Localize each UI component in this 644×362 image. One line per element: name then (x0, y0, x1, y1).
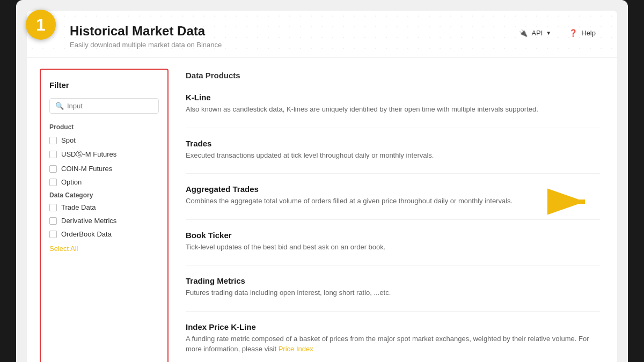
search-icon: 🔍 (55, 102, 64, 110)
arrow-decoration (547, 188, 596, 217)
help-icon: ❓ (568, 28, 578, 38)
product-kline: K-Line Also known as candlestick data, K… (186, 93, 600, 115)
header-left: Historical Market Data Easily download m… (70, 24, 222, 49)
page-title: Historical Market Data (70, 24, 222, 39)
option-label: Option (61, 178, 82, 186)
filter-item-derivative-metrics: Derivative Metrics (49, 217, 159, 225)
step-badge: 1 (26, 10, 56, 40)
api-icon: 🔌 (518, 28, 528, 38)
product-index-price-kline: Index Price K-Line A funding rate metric… (186, 322, 600, 354)
body-layout: Filter 🔍 Product Spot USDⓈ-M Futures (27, 58, 617, 362)
search-input[interactable] (67, 102, 153, 110)
product-aggregated-trades: Aggregated Trades Combines the aggregate… (186, 184, 600, 206)
filter-panel: Filter 🔍 Product Spot USDⓈ-M Futures (40, 69, 169, 362)
filter-item-coin-futures: COIN-M Futures (49, 165, 159, 173)
price-index-link[interactable]: Price Index (279, 345, 313, 353)
product-book-ticker: Book Ticker Tick-level updates of the be… (186, 231, 600, 253)
trades-desc: Executed transactions updated at tick le… (186, 150, 600, 161)
chevron-down-icon: ▼ (546, 30, 551, 36)
filter-item-option: Option (49, 178, 159, 186)
header-actions: 🔌 API ▼ ❓ Help (514, 26, 600, 40)
option-checkbox[interactable] (49, 179, 57, 186)
coin-futures-checkbox[interactable] (49, 165, 57, 173)
kline-desc: Also known as candlestick data, K-lines … (186, 104, 600, 115)
derivative-metrics-checkbox[interactable] (49, 217, 57, 225)
filter-item-spot: Spot (49, 136, 159, 144)
trading-metrics-title: Trading Metrics (186, 276, 600, 285)
search-box[interactable]: 🔍 (49, 98, 159, 114)
page-subtitle: Easily download multiple market data on … (70, 41, 222, 49)
kline-title: K-Line (186, 93, 600, 102)
filter-item-trade-data: Trade Data (49, 203, 159, 211)
index-kline-title: Index Price K-Line (186, 322, 600, 331)
book-ticker-desc: Tick-level updates of the best bid and b… (186, 242, 600, 253)
api-button[interactable]: 🔌 API ▼ (514, 26, 555, 40)
filter-item-orderbook-data: OrderBook Data (49, 230, 159, 238)
trading-metrics-desc: Futures trading data including open inte… (186, 287, 600, 298)
usd-futures-checkbox[interactable] (49, 151, 57, 158)
book-ticker-title: Book Ticker (186, 231, 600, 240)
product-trading-metrics: Trading Metrics Futures trading data inc… (186, 276, 600, 298)
help-button[interactable]: ❓ Help (564, 26, 600, 40)
orderbook-data-checkbox[interactable] (49, 231, 57, 238)
product-section-label: Product (49, 123, 159, 131)
trade-data-checkbox[interactable] (49, 204, 57, 211)
trades-title: Trades (186, 139, 600, 148)
spot-checkbox[interactable] (49, 137, 57, 144)
coin-futures-label: COIN-M Futures (61, 165, 112, 173)
main-card: Historical Market Data Easily download m… (27, 11, 617, 362)
product-trades: Trades Executed transactions updated at … (186, 139, 600, 161)
select-all-link[interactable]: Select All (49, 245, 159, 253)
usd-futures-label: USDⓈ-M Futures (61, 150, 116, 159)
orderbook-data-label: OrderBook Data (61, 230, 112, 238)
derivative-metrics-label: Derivative Metrics (61, 217, 116, 225)
spot-label: Spot (61, 136, 76, 144)
filter-item-usd-futures: USDⓈ-M Futures (49, 150, 159, 159)
data-category-section-label: Data Category (49, 191, 159, 199)
trade-data-label: Trade Data (61, 203, 96, 211)
agg-trades-title: Aggregated Trades (186, 184, 600, 194)
filter-title: Filter (49, 80, 159, 90)
header: Historical Market Data Easily download m… (27, 11, 617, 58)
agg-trades-desc: Combines the aggregate total volume of o… (186, 196, 600, 206)
data-products-title: Data Products (186, 71, 600, 80)
main-content: Data Products K-Line Also known as candl… (169, 58, 617, 362)
index-kline-desc: A funding rate metric composed of a bask… (186, 334, 600, 354)
